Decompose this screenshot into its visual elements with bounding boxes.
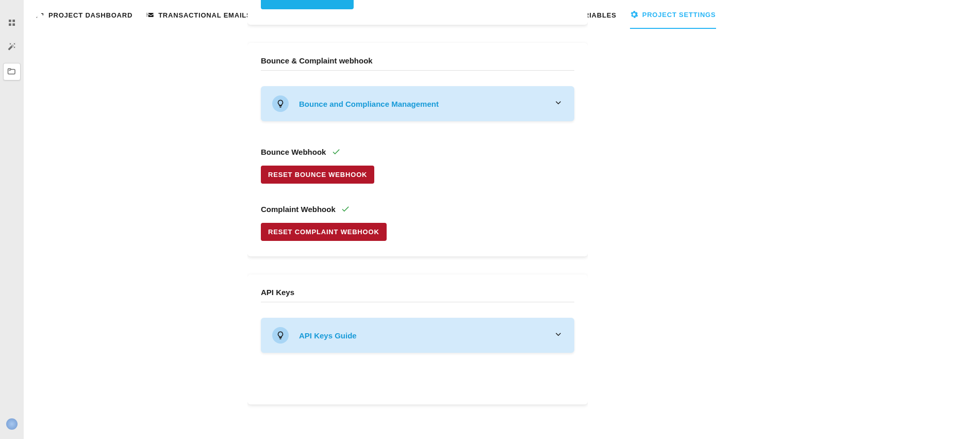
nav-label: TRANSACTIONAL EMAILS xyxy=(158,11,251,19)
check-icon xyxy=(331,147,341,158)
card-bounce-complaint: Bounce & Complaint webhook Bounce and Co… xyxy=(247,43,588,256)
svg-rect-3 xyxy=(12,23,15,26)
svg-rect-0 xyxy=(9,20,11,22)
card-peek-top xyxy=(247,0,588,25)
wand-icon[interactable] xyxy=(5,39,19,54)
tip-label: API Keys Guide xyxy=(299,331,543,340)
complaint-webhook-label: Complaint Webhook xyxy=(261,205,336,214)
reset-bounce-webhook-button[interactable]: RESET BOUNCE WEBHOOK xyxy=(261,166,374,184)
svg-rect-2 xyxy=(9,23,11,26)
nav-project-settings[interactable]: PROJECT SETTINGS xyxy=(630,1,716,29)
bounce-webhook-label: Bounce Webhook xyxy=(261,148,326,156)
left-sidebar xyxy=(0,0,24,439)
chart-icon xyxy=(36,11,44,19)
dashboard-icon[interactable] xyxy=(5,15,19,30)
nav-transactional-emails[interactable]: TRANSACTIONAL EMAILS xyxy=(146,2,251,28)
lightbulb-icon xyxy=(272,95,289,112)
check-icon xyxy=(341,204,350,216)
help-icon[interactable] xyxy=(6,418,18,430)
nav-project-dashboard[interactable]: PROJECT DASHBOARD xyxy=(36,2,132,28)
chevron-down-icon xyxy=(554,98,563,109)
tip-api-keys-guide[interactable]: API Keys Guide xyxy=(261,318,574,353)
folder-icon[interactable] xyxy=(3,63,21,80)
lightbulb-icon xyxy=(272,327,289,344)
bounce-webhook-row: Bounce Webhook xyxy=(261,147,574,158)
mail-icon xyxy=(146,11,154,19)
tip-label: Bounce and Compliance Management xyxy=(299,100,543,108)
nav-label: PROJECT DASHBOARD xyxy=(48,11,132,19)
chevron-down-icon xyxy=(554,330,563,341)
content-area: Bounce & Complaint webhook Bounce and Co… xyxy=(247,0,588,439)
card-title-apikeys: API Keys xyxy=(261,288,574,302)
blue-action-button[interactable] xyxy=(261,0,354,9)
card-title-bounce: Bounce & Complaint webhook xyxy=(261,56,574,71)
nav-label: PROJECT SETTINGS xyxy=(642,11,716,19)
reset-complaint-webhook-button[interactable]: RESET COMPLAINT WEBHOOK xyxy=(261,223,387,241)
card-api-keys: API Keys API Keys Guide xyxy=(247,274,588,404)
tip-bounce-compliance[interactable]: Bounce and Compliance Management xyxy=(261,86,574,121)
gear-icon xyxy=(630,10,638,19)
svg-rect-1 xyxy=(12,20,15,22)
complaint-webhook-row: Complaint Webhook xyxy=(261,204,574,216)
